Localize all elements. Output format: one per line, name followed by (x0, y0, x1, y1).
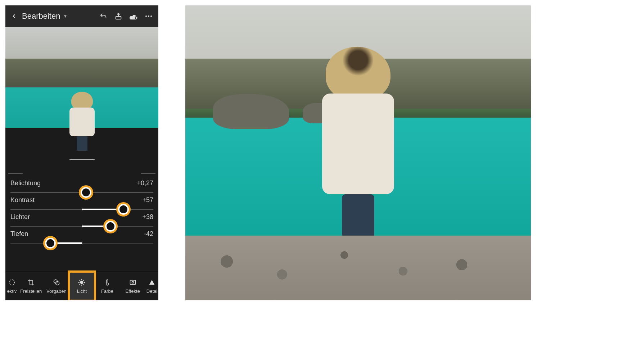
slider-value: +38 (142, 213, 153, 221)
svg-point-3 (148, 15, 149, 17)
panel-title: Bearbeiten (22, 12, 60, 21)
rock-shape (213, 94, 289, 129)
app-panel: Bearbeiten ▼ (5, 5, 158, 300)
slider-track[interactable] (10, 243, 153, 244)
tab-label: Freistellen (20, 288, 42, 294)
presets-icon (53, 278, 60, 286)
vignette-icon (129, 278, 137, 286)
tab-label: Licht (77, 288, 87, 294)
slider-label: Belichtung (10, 179, 41, 187)
slider-track[interactable] (10, 226, 153, 227)
tab-effekte[interactable]: Effekte (120, 272, 145, 300)
slider-shadows: Tiefen -42 (10, 230, 153, 244)
svg-rect-9 (130, 280, 135, 285)
tab-label: Farbe (101, 288, 113, 294)
tab-label: Vorgaben (46, 288, 67, 294)
tab-freistellen[interactable]: Freistellen (18, 272, 44, 300)
top-bar: Bearbeiten ▼ (5, 5, 158, 27)
slider-knob[interactable] (103, 219, 118, 233)
slider-label: Kontrast (10, 196, 35, 204)
slider-track[interactable] (10, 209, 153, 210)
more-button[interactable] (143, 10, 155, 22)
slider-label: Tiefen (10, 230, 28, 238)
chevron-down-icon: ▼ (63, 14, 67, 19)
light-sliders: Belichtung +0,27 Kontrast +57 (5, 174, 158, 272)
back-button[interactable] (9, 11, 19, 21)
more-icon (144, 12, 153, 21)
crop-icon (27, 278, 35, 286)
slider-knob[interactable] (43, 236, 58, 250)
slider-exposure: Belichtung +0,27 (10, 179, 153, 193)
svg-point-5 (9, 280, 15, 285)
undo-icon (99, 12, 107, 20)
bottom-tab-bar: ektiv Freistellen Vorgaben Licht (5, 272, 158, 300)
chevron-left-icon (11, 13, 17, 19)
slider-track[interactable] (10, 192, 153, 193)
tab-details[interactable]: Detai (145, 272, 158, 300)
compare-handle[interactable] (69, 159, 95, 160)
target-icon (8, 278, 16, 286)
slider-knob[interactable] (79, 185, 93, 200)
svg-point-8 (81, 281, 83, 283)
share-icon (114, 12, 122, 20)
svg-point-2 (145, 15, 147, 17)
subject-figure (69, 92, 95, 149)
photo-preview[interactable] (5, 27, 158, 171)
tab-farbe[interactable]: Farbe (95, 272, 120, 300)
slider-value: -42 (144, 230, 153, 238)
triangle-icon (148, 278, 156, 286)
tab-licht[interactable]: Licht (69, 272, 95, 300)
result-photo (185, 5, 531, 300)
shore-texture (185, 236, 531, 300)
share-button[interactable] (112, 10, 125, 22)
light-icon (78, 278, 86, 286)
cloud-sync-button[interactable] (127, 10, 140, 22)
tab-label: Effekte (126, 288, 140, 294)
slider-value: +57 (142, 196, 153, 204)
svg-point-10 (132, 282, 134, 283)
tab-vorgaben[interactable]: Vorgaben (44, 272, 69, 300)
cloud-add-icon (129, 12, 138, 20)
tab-label: ektiv (7, 288, 17, 294)
slider-knob[interactable] (116, 202, 131, 217)
panel-title-dropdown[interactable]: Bearbeiten ▼ (22, 12, 67, 21)
slider-label: Lichter (10, 213, 30, 221)
thermometer-icon (103, 278, 111, 286)
slider-highlights: Lichter +38 (10, 213, 153, 227)
tab-selektiv[interactable]: ektiv (5, 272, 18, 300)
undo-button[interactable] (97, 10, 109, 22)
svg-point-4 (150, 15, 152, 17)
tab-label: Detai (146, 288, 157, 294)
subject-figure (326, 47, 390, 268)
slider-value: +0,27 (137, 179, 153, 187)
